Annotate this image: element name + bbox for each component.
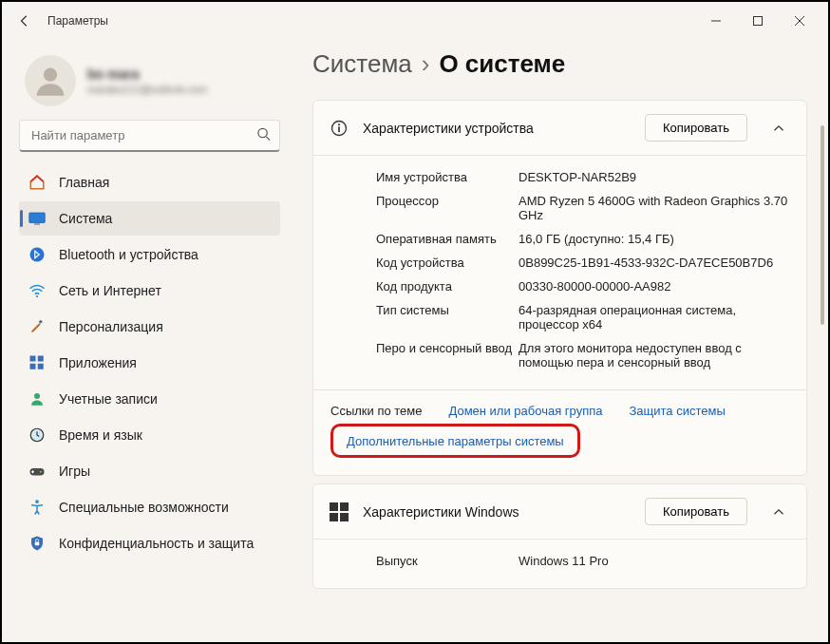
sidebar-item-privacy[interactable]: Конфиденциальность и защита (19, 526, 280, 560)
sidebar-item-bluetooth[interactable]: Bluetooth и устройства (19, 237, 280, 272)
back-button[interactable] (9, 6, 40, 36)
svg-rect-8 (34, 223, 40, 225)
copy-button[interactable]: Копировать (645, 498, 747, 525)
sidebar-item-personalization[interactable]: Персонализация (19, 310, 280, 344)
spec-row: Код продукта00330-80000-00000-AA982 (376, 275, 789, 298)
minimize-button[interactable] (695, 6, 737, 36)
search-icon (256, 127, 271, 145)
spec-key: Оперативная память (376, 232, 519, 246)
collapse-button[interactable] (766, 116, 791, 141)
sidebar-item-apps[interactable]: Приложения (19, 346, 280, 380)
spec-value: 0B899C25-1B91-4533-932C-DA7ECE50B7D6 (519, 256, 789, 270)
collapse-button[interactable] (766, 500, 791, 524)
spec-key: Выпуск (376, 554, 519, 568)
svg-rect-12 (30, 356, 36, 362)
svg-rect-24 (338, 126, 340, 132)
chevron-up-icon (773, 123, 784, 134)
arrow-left-icon (18, 14, 31, 28)
spec-key: Перо и сенсорный ввод (376, 341, 519, 369)
spec-row: Код устройства0B899C25-1B91-4533-932C-DA… (376, 251, 789, 275)
windows-specs-card: Характеристики Windows Копировать Выпуск… (312, 483, 807, 589)
spec-key: Код продукта (376, 279, 519, 294)
spec-key: Имя устройства (376, 170, 519, 184)
spec-value: AMD Ryzen 5 4600G with Radeon Graphics 3… (519, 194, 789, 222)
scrollbar[interactable] (821, 76, 824, 636)
sidebar-item-home[interactable]: Главная (19, 165, 280, 199)
wifi-icon (28, 282, 46, 299)
svg-rect-13 (38, 356, 44, 362)
spec-row: ВыпускWindows 11 Pro (376, 549, 789, 573)
sidebar-item-gaming[interactable]: Игры (19, 454, 280, 488)
scroll-thumb[interactable] (821, 125, 824, 325)
page-title: О системе (439, 49, 565, 79)
spec-key: Тип системы (376, 303, 519, 331)
minimize-icon (711, 16, 721, 26)
user-block[interactable]: bo mara marabu111@outlook.com (19, 47, 280, 120)
info-icon (329, 118, 349, 139)
device-specs-card: Характеристики устройства Копировать Имя… (312, 100, 807, 476)
sidebar-item-label: Конфиденциальность и защита (59, 536, 254, 551)
clock-icon (28, 426, 46, 444)
svg-point-5 (258, 128, 267, 137)
maximize-button[interactable] (737, 6, 779, 36)
breadcrumb: Система › О системе (312, 49, 807, 79)
spec-value: DESKTOP-NAR52B9 (519, 170, 789, 184)
svg-rect-14 (30, 364, 36, 369)
svg-point-23 (338, 123, 340, 125)
svg-point-19 (40, 471, 42, 473)
svg-point-16 (34, 393, 40, 399)
sidebar-item-label: Время и язык (59, 427, 142, 443)
accessibility-icon (28, 499, 46, 516)
svg-point-20 (35, 500, 39, 503)
copy-button[interactable]: Копировать (645, 114, 747, 142)
link-protection[interactable]: Защита системы (629, 404, 725, 418)
chevron-up-icon (773, 506, 784, 518)
sidebar-item-accounts[interactable]: Учетные записи (19, 382, 280, 416)
close-button[interactable] (779, 6, 821, 36)
bluetooth-icon (28, 246, 46, 263)
svg-point-10 (36, 295, 38, 297)
account-icon (28, 390, 46, 407)
apps-icon (28, 354, 46, 371)
svg-rect-1 (754, 17, 763, 26)
svg-line-6 (266, 137, 270, 141)
search-input[interactable] (19, 120, 280, 152)
maximize-icon (753, 16, 763, 26)
svg-point-4 (44, 68, 57, 82)
svg-rect-11 (39, 320, 43, 324)
sidebar-item-label: Учетные записи (59, 391, 158, 407)
spec-row: Имя устройстваDESKTOP-NAR52B9 (376, 165, 789, 189)
close-icon (795, 16, 804, 26)
link-domain[interactable]: Домен или рабочая группа (448, 404, 602, 418)
spec-value: 00330-80000-00000-AA982 (519, 279, 789, 294)
person-icon (32, 63, 68, 99)
sidebar-item-system[interactable]: Система (19, 201, 280, 236)
breadcrumb-parent[interactable]: Система (312, 49, 412, 79)
search-wrapper (19, 120, 280, 152)
spec-value: Windows 11 Pro (519, 554, 789, 568)
avatar (25, 55, 76, 106)
sidebar-item-label: Специальные возможности (59, 500, 229, 515)
app-title: Параметры (47, 14, 108, 28)
chevron-right-icon: › (422, 49, 430, 79)
svg-rect-21 (35, 542, 40, 546)
card-title: Характеристики устройства (363, 121, 632, 136)
sidebar-item-label: Сеть и Интернет (59, 283, 161, 298)
spec-row: ПроцессорAMD Ryzen 5 4600G with Radeon G… (376, 189, 789, 227)
sidebar-item-accessibility[interactable]: Специальные возможности (19, 490, 280, 524)
spec-row: Тип системы64-разрядная операционная сис… (376, 298, 789, 336)
link-advanced-system[interactable]: Дополнительные параметры системы (347, 434, 564, 448)
card-title: Характеристики Windows (363, 504, 632, 520)
windows-icon (329, 502, 349, 522)
svg-rect-15 (38, 364, 44, 369)
spec-row: Перо и сенсорный вводДля этого монитора … (376, 336, 789, 374)
user-email: marabu111@outlook.com (87, 84, 207, 95)
spec-value: 64-разрядная операционная система, проце… (519, 303, 789, 331)
spec-row: Оперативная память16,0 ГБ (доступно: 15,… (376, 227, 789, 251)
spec-value: 16,0 ГБ (доступно: 15,4 ГБ) (519, 232, 789, 246)
links-label: Ссылки по теме (330, 404, 422, 418)
sidebar-item-network[interactable]: Сеть и Интернет (19, 274, 280, 308)
sidebar-item-time[interactable]: Время и язык (19, 418, 280, 452)
spec-key: Процессор (376, 194, 519, 222)
nav: Главная Система Bluetooth и устройства С… (19, 165, 280, 560)
